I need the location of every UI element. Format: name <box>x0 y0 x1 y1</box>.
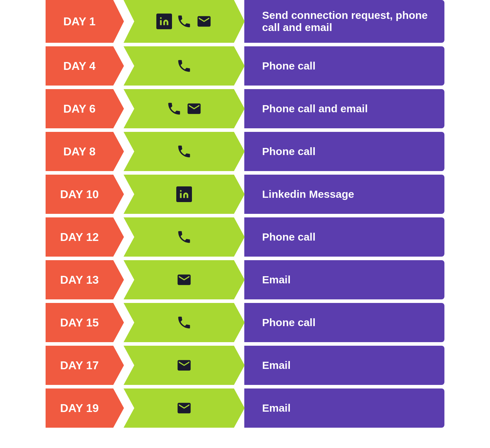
day-label: DAY 15 <box>46 303 124 342</box>
icons-area <box>124 346 245 385</box>
email-icon <box>176 400 192 416</box>
icons-area <box>124 132 245 171</box>
phone-icon <box>176 58 192 74</box>
description-text: Email <box>244 260 444 299</box>
description-text: Phone call <box>244 132 444 171</box>
description-text: Linkedin Message <box>244 175 444 214</box>
day-label: DAY 19 <box>46 388 124 428</box>
phone-icon <box>176 315 192 330</box>
linkedin-icon <box>156 14 172 29</box>
description-text: Phone call <box>244 46 444 86</box>
sequence-row: DAY 15 Phone call <box>46 303 444 342</box>
description-text: Phone call <box>244 303 444 342</box>
day-label: DAY 17 <box>46 346 124 385</box>
icons-area <box>124 388 245 428</box>
email-icon <box>186 101 202 117</box>
icons-area <box>124 303 245 342</box>
sequence-row: DAY 1 Send connection request, phone cal… <box>46 0 444 43</box>
icons-area <box>124 89 245 128</box>
svg-point-0 <box>160 17 162 19</box>
icons-area <box>124 217 245 257</box>
sequence-row: DAY 8 Phone call <box>46 132 444 171</box>
description-text: Phone call and email <box>244 89 444 128</box>
day-label: DAY 10 <box>46 175 124 214</box>
phone-icon <box>176 229 192 245</box>
sequence-row: DAY 4 Phone call <box>46 46 444 86</box>
description-text: Send connection request, phone call and … <box>244 0 444 43</box>
day-label: DAY 6 <box>46 89 124 128</box>
sequence-row: DAY 10 Linkedin Message <box>46 175 444 214</box>
email-icon <box>176 357 192 373</box>
icons-area <box>124 260 245 299</box>
description-text: Email <box>244 346 444 385</box>
phone-icon <box>176 14 192 29</box>
sequence-row: DAY 17 Email <box>46 346 444 385</box>
day-label: DAY 4 <box>46 46 124 86</box>
sequence-row: DAY 12 Phone call <box>46 217 444 257</box>
day-label: DAY 13 <box>46 260 124 299</box>
phone-icon <box>166 101 182 117</box>
description-text: Phone call <box>244 217 444 257</box>
icons-area <box>124 46 245 86</box>
icons-area <box>124 0 245 43</box>
description-text: Email <box>244 388 444 428</box>
svg-point-1 <box>180 190 182 192</box>
email-icon <box>196 14 212 29</box>
email-icon <box>176 272 192 288</box>
linkedin-icon <box>176 186 192 202</box>
sequence-row: DAY 13 Email <box>46 260 444 299</box>
day-label: DAY 8 <box>46 132 124 171</box>
day-label: DAY 12 <box>46 217 124 257</box>
day-label: DAY 1 <box>46 0 124 43</box>
phone-icon <box>176 144 192 159</box>
sequence-row: DAY 6 Phone call and email <box>46 89 444 128</box>
icons-area <box>124 175 245 214</box>
sequence-row: DAY 19 Email <box>46 388 444 428</box>
